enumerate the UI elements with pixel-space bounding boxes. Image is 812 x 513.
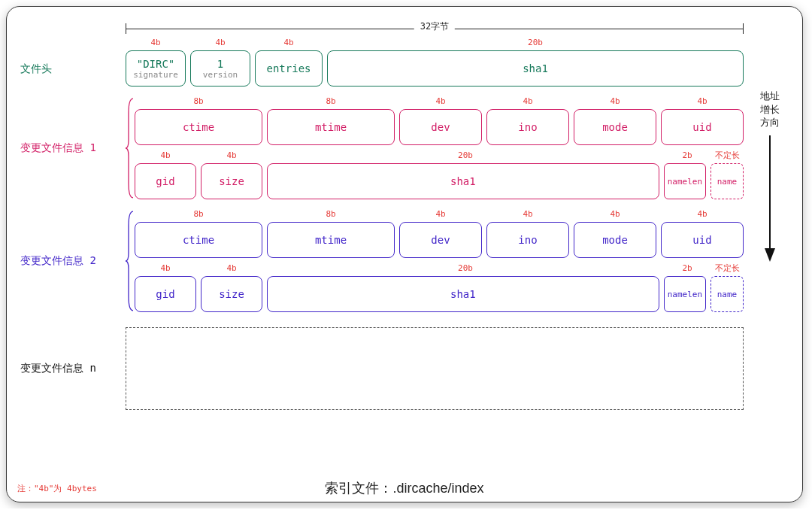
header-cells: "DIRC" signature 1 version entries sha1 [126,50,744,87]
brace-entry1 [126,97,135,199]
cell-name: name [710,163,744,199]
cell-sha1: sha1 [267,163,659,199]
entry1-row1-sizes: 8b 8b 4b 4b 4b 4b [135,97,744,106]
entryN-label: 变更文件信息 n [20,327,126,410]
brace-entry2 [126,210,135,312]
entry2-row2-sizes: 4b 4b 20b 2b 不定长 [135,264,744,273]
cell-dirc: "DIRC" signature [126,50,186,87]
section-entry-2: 变更文件信息 2 8b 8b 4b 4b 4b 4b ctime mtime d… [20,210,789,312]
caption: 索引文件：.dircache/index [7,479,802,497]
cell-size: size [201,163,262,199]
down-arrow-icon [762,135,777,263]
cell-uid: uid [661,222,744,258]
cell-namelen: namelen [664,163,706,199]
cell-namelen: namelen [664,276,706,312]
cell-ino: ino [486,222,569,258]
address-growth-arrow: 地址 增长 方向 [751,59,789,263]
cell-ctime: ctime [135,222,262,258]
cell-mtime: mtime [267,109,395,145]
entry2-row1-cells: ctime mtime dev ino mode uid [135,222,744,258]
section-entry-1: 变更文件信息 1 8b 8b 4b 4b 4b 4b ctime mtime d… [20,97,789,199]
svg-marker-1 [765,248,775,262]
cell-dev: dev [399,222,482,258]
cell-version: 1 version [190,50,250,87]
entry2-row2-cells: gid size sha1 namelen name [135,276,744,312]
ruler-label: 32字节 [414,20,455,33]
entry-n-placeholder [126,327,744,410]
arrow-label: 地址 增长 方向 [760,90,780,129]
entry2-row1-sizes: 8b 8b 4b 4b 4b 4b [135,210,744,219]
cell-uid: uid [661,109,744,145]
entry1-row2-cells: gid size sha1 namelen name [135,163,744,199]
cell-sha1: sha1 [267,276,659,312]
cell-size: size [201,276,262,312]
cell-mode: mode [574,109,656,145]
cell-dev: dev [399,109,482,145]
cell-entries: entries [255,50,323,87]
cell-gid: gid [135,163,196,199]
cell-ino: ino [486,109,569,145]
cell-mtime: mtime [267,222,395,258]
cell-ctime: ctime [135,109,262,145]
header-label: 文件头 [20,38,126,87]
entry1-row2-sizes: 4b 4b 20b 2b 不定长 [135,151,744,160]
section-entry-n: 变更文件信息 n [20,327,789,410]
diagram-card: 32字节 文件头 4b 4b 4b 20b "DIRC" signature 1… [6,6,803,502]
cell-mode: mode [574,222,656,258]
entry1-row1-cells: ctime mtime dev ino mode uid [135,109,744,145]
entry1-label: 变更文件信息 1 [20,97,126,199]
cell-gid: gid [135,276,196,312]
cell-name: name [710,276,744,312]
header-sizes: 4b 4b 4b 20b [126,38,744,47]
section-header: 文件头 4b 4b 4b 20b "DIRC" signature 1 vers… [20,38,789,87]
ruler: 32字节 [126,23,744,34]
cell-sha1-header: sha1 [327,50,744,87]
entry2-label: 变更文件信息 2 [20,210,126,312]
